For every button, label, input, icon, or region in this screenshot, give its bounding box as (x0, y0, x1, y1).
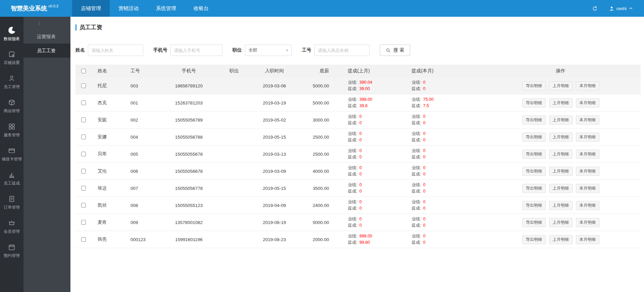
sidebar-item-staff-management[interactable]: 员工管理 (0, 73, 23, 97)
search-icon (386, 48, 391, 53)
last-month-detail-button[interactable]: 上月明细 (549, 167, 573, 176)
commission-value: 0 (359, 188, 362, 195)
performance-label: 业绩: (348, 199, 357, 205)
sidebar-item-appointment-management[interactable]: 预约管理 (0, 242, 23, 266)
bar-chart-icon (8, 171, 15, 178)
performance-value: 0 (359, 131, 362, 137)
sidebar-item-service-management[interactable]: 服务管理 (0, 121, 23, 145)
export-detail-button[interactable]: 导出明细 (522, 201, 546, 210)
commission-this-month: 业绩:0 提成:0 (397, 114, 481, 126)
commission-value: 0 (423, 86, 425, 92)
this-month-detail-button[interactable]: 本月明细 (576, 81, 599, 90)
hire-date: 2019-05-15 (253, 186, 296, 191)
commission-last-month: 业绩:0 提成:0 (333, 165, 397, 177)
row-checkbox[interactable] (81, 118, 86, 122)
this-month-detail-button[interactable]: 本月明细 (576, 116, 599, 125)
page-title: 员工工资 (75, 23, 641, 31)
export-detail-button[interactable]: 导出明细 (522, 218, 546, 227)
row-checkbox[interactable] (81, 203, 86, 208)
last-month-detail-button[interactable]: 上月明细 (549, 235, 573, 244)
performance-label: 业绩: (412, 114, 421, 120)
last-month-detail-button[interactable]: 上月明细 (549, 184, 573, 193)
commission-value: 0 (359, 171, 362, 177)
phone-input[interactable] (170, 45, 222, 56)
select-all-checkbox[interactable] (81, 69, 86, 73)
filter-name: 姓名 (75, 45, 143, 56)
row-checkbox[interactable] (81, 186, 86, 191)
last-month-detail-button[interactable]: 上月明细 (549, 98, 573, 107)
table-header-row: 姓名 工号 手机号 职位 入职时间 底薪 提成(上月) 提成(本月) 操作 (75, 65, 641, 77)
submenu-item-staff-salary[interactable]: 员工工资 (23, 44, 70, 58)
export-detail-button[interactable]: 导出明细 (522, 235, 546, 244)
name-input[interactable] (88, 45, 143, 56)
app-title: 智慧美业系统 (11, 4, 47, 12)
sidebar-item-label: 商品管理 (4, 108, 20, 114)
performance-value: 0 (359, 148, 362, 154)
last-month-detail-button[interactable]: 上月明细 (549, 201, 573, 210)
table-row: 安娜 004 15055056788 2019-05-15 2500.00 业绩… (75, 129, 641, 146)
sidebar-item-shop-settings[interactable]: 店铺设置 (0, 49, 23, 73)
secondary-sidebar: ⋮ 运营报表 员工工资 (23, 17, 70, 292)
sidebar-item-order-management[interactable]: 订单管理 (0, 194, 23, 218)
this-month-detail-button[interactable]: 本月明细 (576, 98, 599, 107)
row-actions: 导出明细 上月明细 本月明细 (481, 167, 641, 176)
this-month-detail-button[interactable]: 本月明细 (576, 235, 599, 244)
export-detail-button[interactable]: 导出明细 (522, 81, 546, 90)
performance-value: 0 (359, 182, 362, 188)
last-month-detail-button[interactable]: 上月明细 (549, 218, 573, 227)
performance-label: 业绩: (412, 165, 421, 171)
top-nav-marketing[interactable]: 营销活动 (110, 0, 147, 17)
row-checkbox[interactable] (81, 100, 86, 105)
employee-name: 麦肯 (92, 219, 128, 225)
this-month-detail-button[interactable]: 本月明细 (576, 184, 599, 193)
last-month-detail-button[interactable]: 上月明细 (549, 81, 573, 90)
row-checkbox[interactable] (81, 152, 86, 156)
top-nav-cashier[interactable]: 收银台 (185, 0, 217, 17)
more-vertical-icon[interactable]: ⋮ (23, 17, 70, 29)
sidebar-item-label: 预约管理 (4, 253, 20, 259)
empno-input[interactable] (314, 45, 370, 56)
export-detail-button[interactable]: 导出明细 (522, 184, 546, 193)
last-month-detail-button[interactable]: 上月明细 (549, 150, 573, 159)
page-title-text: 员工工资 (79, 23, 102, 31)
refresh-icon[interactable] (592, 6, 598, 11)
sidebar-item-member-management[interactable]: 会员管理 (0, 218, 23, 242)
commission-last-month: 业绩:0 提成:0 (333, 216, 397, 229)
base-salary: 3000.00 (296, 118, 333, 123)
employee-phone: 13578001082 (162, 220, 216, 225)
export-detail-button[interactable]: 导出明细 (522, 150, 546, 159)
export-detail-button[interactable]: 导出明细 (522, 98, 546, 107)
user-icon (8, 75, 15, 82)
phone-label: 手机号 (153, 47, 167, 53)
this-month-detail-button[interactable]: 本月明细 (576, 201, 599, 210)
commission-this-month: 业绩:0 提成:0 (397, 148, 481, 160)
this-month-detail-button[interactable]: 本月明细 (576, 133, 599, 142)
user-menu[interactable]: ceshi (609, 6, 633, 11)
sidebar-item-data-reports[interactable]: 数据报表 (0, 25, 23, 49)
sidebar-item-staff-commission[interactable]: 员工提成 (0, 169, 23, 194)
export-detail-button[interactable]: 导出明细 (522, 116, 546, 125)
position-select[interactable]: 全部 ▾ (245, 45, 292, 56)
row-checkbox[interactable] (81, 169, 86, 173)
submenu-item-operation-report[interactable]: 运营报表 (23, 29, 70, 44)
row-checkbox[interactable] (81, 83, 86, 88)
sidebar-item-value-card-management[interactable]: 储值卡管理 (0, 145, 23, 169)
this-month-detail-button[interactable]: 本月明细 (576, 150, 599, 159)
row-checkbox[interactable] (81, 135, 86, 139)
last-month-detail-button[interactable]: 上月明细 (549, 133, 573, 142)
top-nav-system[interactable]: 系统管理 (147, 0, 185, 17)
table-row: 杰克 001 15263781203 2019-03-19 5000.00 业绩… (75, 94, 641, 112)
performance-value: 75.00 (423, 96, 433, 103)
chevron-up-icon (629, 7, 633, 10)
top-nav-shop-management[interactable]: 店铺管理 (72, 0, 110, 17)
sidebar-item-goods-management[interactable]: 商品管理 (0, 97, 23, 121)
employee-name: 韩亮 (92, 236, 128, 242)
row-checkbox[interactable] (81, 237, 86, 242)
last-month-detail-button[interactable]: 上月明细 (549, 116, 573, 125)
export-detail-button[interactable]: 导出明细 (522, 133, 546, 142)
export-detail-button[interactable]: 导出明细 (522, 167, 546, 176)
this-month-detail-button[interactable]: 本月明细 (576, 218, 599, 227)
this-month-detail-button[interactable]: 本月明细 (576, 167, 599, 176)
row-checkbox[interactable] (81, 220, 86, 225)
search-button[interactable]: 搜 索 (380, 45, 410, 56)
